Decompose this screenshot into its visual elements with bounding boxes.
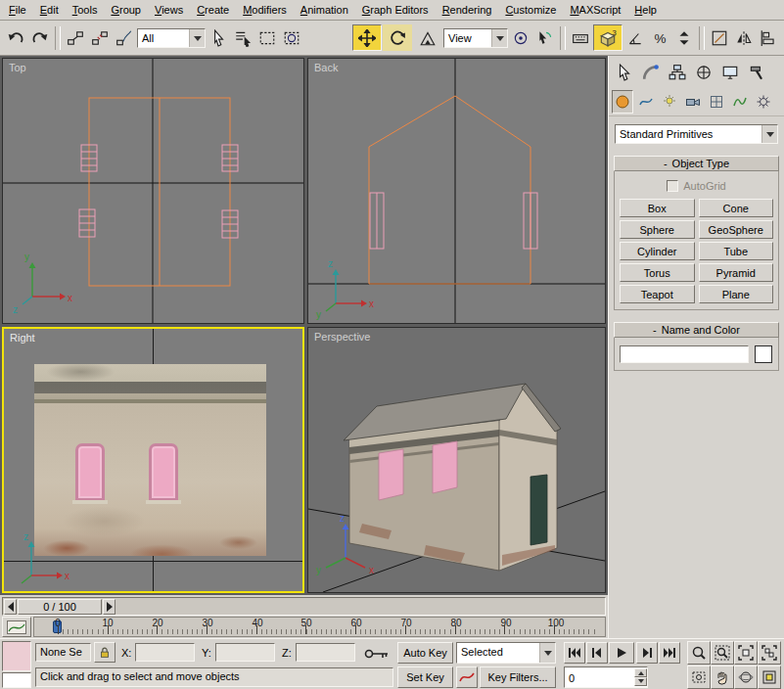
viewport-top-canvas[interactable]: y x z [3,59,303,323]
redo-icon[interactable] [28,24,52,51]
display-tab[interactable] [717,60,742,85]
utilities-tab[interactable] [744,60,768,85]
key-filters-button[interactable]: Key Filters... [480,666,556,688]
viewport-perspective-canvas[interactable]: z x y [308,328,605,592]
torus-button[interactable]: Torus [620,263,695,282]
move-tool-icon[interactable] [352,24,382,51]
object-color-swatch[interactable] [755,345,772,363]
mini-curve-editor-button[interactable] [2,617,31,637]
house-object-top-wireframe[interactable] [89,98,230,286]
rotate-tool-icon[interactable] [383,24,412,51]
modify-tab[interactable] [638,60,663,85]
window-crossing-icon[interactable] [280,24,303,51]
name-color-rollout-header[interactable]: - Name and Color [614,322,779,338]
menu-modifiers[interactable]: Modifiers [236,1,294,19]
house-object-3d[interactable] [344,384,561,571]
menu-customize[interactable]: Customize [498,1,563,19]
space-warps-category-icon[interactable] [729,90,751,114]
house-object-textured-wall[interactable] [34,364,266,556]
primitives-dropdown[interactable]: Standard Primitives [615,124,778,144]
dropdown-arrow-icon[interactable] [491,29,507,47]
menu-animation[interactable]: Animation [294,1,355,19]
zoom-all-icon[interactable] [711,641,734,665]
sphere-button[interactable]: Sphere [620,220,695,239]
set-key-button[interactable]: Set Key [397,666,453,688]
spinner-snap-icon[interactable] [672,24,696,51]
menu-help[interactable]: Help [627,1,664,19]
select-manipulate-icon[interactable] [533,24,557,51]
absolute-offset-key-icon[interactable] [362,644,392,664]
window-object-right[interactable] [149,443,178,501]
zoom-icon[interactable] [687,641,711,665]
menu-group[interactable]: Group [104,1,148,19]
align-icon[interactable] [757,24,780,51]
coord-system-dropdown[interactable]: View [443,28,508,48]
motion-tab[interactable] [691,60,715,85]
window-objects-back[interactable] [370,193,537,249]
percent-snap-icon[interactable]: % [648,24,671,51]
zoom-extents-icon[interactable] [734,641,758,665]
previous-frame-button[interactable] [586,642,608,664]
keyboard-override-icon[interactable] [569,24,592,51]
window-object-left[interactable] [75,443,105,501]
viewport-back[interactable]: Back z x [307,58,606,324]
selection-lock-button[interactable] [94,642,115,663]
object-name-input[interactable] [620,345,749,363]
object-type-rollout-header[interactable]: - Object Type [614,156,779,171]
use-center-icon[interactable] [509,24,532,51]
key-target-dropdown[interactable]: Selected [456,642,556,664]
zoom-extents-all-icon[interactable] [758,641,781,665]
time-slider-handle[interactable]: 0 / 100 [18,599,102,615]
scale-tool-icon[interactable] [413,24,442,51]
go-to-start-button[interactable] [564,642,585,664]
viewport-right[interactable]: Right z x [2,327,304,593]
dropdown-arrow-icon[interactable] [189,29,205,47]
mirror-icon[interactable] [732,24,756,51]
teapot-button[interactable]: Teapot [620,285,695,303]
window-objects-top[interactable] [79,145,238,238]
menu-tools[interactable]: Tools [66,1,105,19]
snaps-toggle-icon[interactable]: 3 [593,24,623,51]
dropdown-arrow-icon[interactable] [761,125,777,143]
cone-button[interactable]: Cone [699,199,774,217]
x-coord-field[interactable] [135,643,195,662]
arc-rotate-icon[interactable] [734,666,758,689]
geometry-category-icon[interactable] [612,90,633,114]
helpers-category-icon[interactable] [706,90,727,114]
tube-button[interactable]: Tube [699,242,774,260]
angle-snap-icon[interactable] [623,24,647,51]
cylinder-button[interactable]: Cylinder [620,242,695,260]
hierarchy-tab[interactable] [665,60,689,85]
lights-category-icon[interactable] [659,90,680,114]
cameras-category-icon[interactable] [682,90,704,114]
menu-maxscript[interactable]: MAXScript [563,1,627,19]
auto-key-button[interactable]: Auto Key [397,642,453,664]
selection-filter-dropdown[interactable]: All [137,28,206,48]
viewport-perspective[interactable]: Perspective [307,327,606,593]
frame-spinner[interactable] [634,668,647,686]
viewport-top[interactable]: Top [2,58,304,324]
next-frame-button[interactable] [636,642,658,664]
maximize-viewport-toggle-icon[interactable] [758,666,781,689]
shapes-category-icon[interactable] [635,90,657,114]
pyramid-button[interactable]: Pyramid [699,263,774,282]
menu-views[interactable]: Views [148,1,190,19]
track-bar-ruler[interactable]: 0 10 20 30 40 50 60 70 80 90 100 [33,617,606,637]
y-coord-field[interactable] [215,643,275,662]
select-object-icon[interactable] [207,24,230,51]
menu-rendering[interactable]: Rendering [436,1,499,19]
house-object-back-wireframe[interactable] [369,96,530,284]
select-by-name-icon[interactable] [231,24,254,51]
selection-set-field[interactable]: None Se [35,643,91,662]
pan-hand-icon[interactable] [711,666,734,689]
plane-button[interactable]: Plane [699,285,774,303]
dropdown-arrow-icon[interactable] [539,643,555,663]
door-object[interactable] [530,475,547,545]
autogrid-checkbox[interactable] [667,180,678,192]
systems-category-icon[interactable] [753,90,774,114]
menu-file[interactable]: File [2,1,33,19]
time-slider-track[interactable]: 0 / 100 [2,597,606,616]
bind-spacewarp-icon[interactable] [113,24,136,51]
maxscript-macro-recorder-pane[interactable] [2,641,31,671]
next-frame-arrow-button[interactable] [103,599,115,615]
